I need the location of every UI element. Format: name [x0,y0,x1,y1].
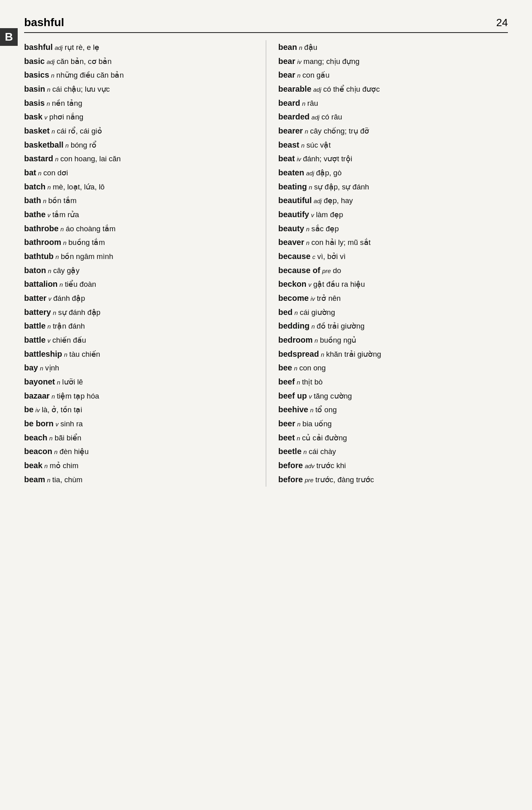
word: bear [278,57,295,66]
part-of-speech: n [49,435,53,442]
word: baton [24,266,46,275]
list-item: bearable adj có thể chịu được [278,82,508,96]
list-item: because of pre do [278,263,508,278]
list-item: bed n cái giường [278,305,508,319]
list-item: basket n cái rổ, cái giỏ [24,124,254,138]
word: beef [278,377,295,386]
word: bathroom [24,238,61,247]
word: bay [24,363,38,372]
definition: con hoang, lai căn [60,154,121,163]
page-header: bashful 24 [24,16,508,33]
definition: tổ ong [315,405,337,414]
part-of-speech: n [66,142,69,149]
list-item: because c vì, bởi vì [278,249,508,263]
part-of-speech: n [54,448,58,455]
list-item: bastard n con hoang, lai căn [24,152,254,166]
word: beast [278,140,299,149]
list-item: beer n bia uống [278,417,508,431]
definition: rụt rè, e lẹ [65,43,100,51]
part-of-speech: n [294,365,297,372]
definition: chiến đấu [52,336,86,344]
definition: có râu [321,113,342,121]
word: beating [278,182,307,191]
definition: có thể chịu được [323,85,380,93]
list-item: beacon n đèn hiệu [24,444,254,458]
part-of-speech: adv [305,463,314,469]
definition: đậu [304,43,318,51]
word: beer [278,419,295,428]
part-of-speech: n [51,72,54,79]
word: basics [24,70,49,79]
definition: con hải ly; mũ sắt [311,238,370,247]
word: bee [278,363,292,372]
list-item: beckon v gật đầu ra hiệu [278,277,508,291]
definition: căn bản, cơ bản [57,57,112,66]
part-of-speech: iv [297,58,302,65]
dictionary-columns: bashful adj rụt rè, e lẹbasic adj căn bả… [24,40,508,487]
word: bathtub [24,252,53,261]
part-of-speech: v [309,393,312,400]
part-of-speech: n [47,477,50,483]
list-item: bathe v tắm rửa [24,208,254,222]
definition: trận đánh [53,322,85,330]
definition: vịnh [45,364,59,372]
list-item: beautify v làm đẹp [278,208,508,222]
part-of-speech: n [47,100,50,107]
part-of-speech: n [60,226,64,232]
definition: tia, chùm [52,475,82,484]
list-item: beet n củ cải đường [278,431,508,445]
list-item: basics n những điều căn bản [24,68,254,82]
list-item: bask v phơi nắng [24,110,254,124]
list-item: beautiful adj đẹp, hay [278,193,508,208]
word: bayonet [24,377,55,386]
part-of-speech: n [40,365,43,372]
definition: bồn ngâm mình [61,252,113,261]
word: because [278,252,310,261]
definition: trước, đàng trước [315,475,374,484]
part-of-speech: adj [47,58,55,65]
word: basin [24,84,45,93]
part-of-speech: adj [306,170,314,177]
list-item: beef up v tăng cường [278,389,508,403]
part-of-speech: n [304,448,307,455]
word: bean [278,43,297,51]
part-of-speech: n [47,323,51,330]
definition: đánh đập [53,294,85,302]
list-item: basis n nền tảng [24,96,254,110]
list-item: beef n thịt bò [278,375,508,389]
word: be born [24,419,53,428]
definition: trước khi [316,461,346,470]
definition: đập, gò [316,169,341,177]
word: bearable [278,84,311,93]
part-of-speech: n [47,86,50,93]
part-of-speech: n [51,128,55,135]
word: bed [278,308,293,317]
word: basketball [24,140,64,149]
word: bedspread [278,349,319,358]
part-of-speech: adj [314,197,322,204]
list-item: bear iv mang; chịu đựng [278,54,508,68]
definition: cái giường [300,308,335,317]
word: bath [24,196,41,205]
definition: đồ trải giường [317,322,365,330]
word: basic [24,57,45,66]
part-of-speech: c [312,253,316,260]
part-of-speech: n [306,226,309,232]
part-of-speech: v [311,212,314,218]
part-of-speech: n [297,72,300,79]
list-item: beating n sự đập, sự đánh [278,180,508,194]
word: beaver [278,238,304,247]
definition: cái rổ, cái giỏ [57,127,102,135]
part-of-speech: n [44,463,47,469]
list-item: bathrobe n áo choàng tắm [24,222,254,236]
definition: áo choàng tắm [66,224,115,233]
list-item: be born v sinh ra [24,417,254,431]
part-of-speech: n [47,184,51,191]
word: be [24,405,33,414]
definition: củ cải đường [302,434,347,442]
part-of-speech: n [55,253,59,260]
definition: những điều căn bản [56,71,124,79]
list-item: batch n mè, loạt, lứa, lô [24,180,254,194]
word: beak [24,461,43,470]
word: bathrobe [24,224,59,233]
